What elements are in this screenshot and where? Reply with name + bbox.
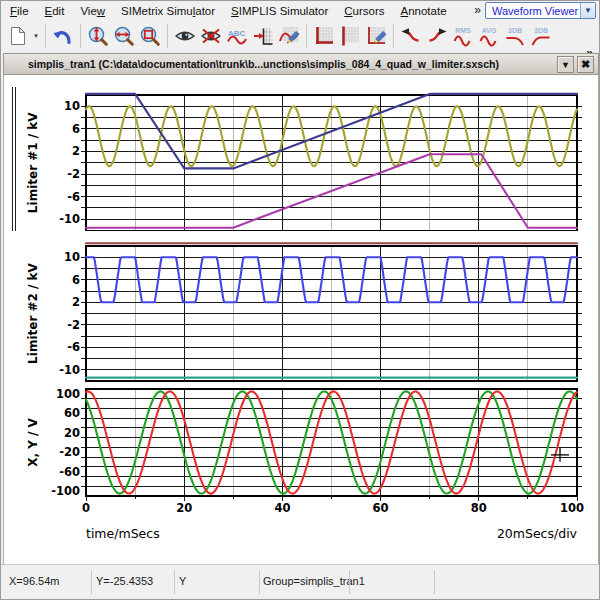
edit-curve-button[interactable]	[276, 23, 302, 49]
window-close-button[interactable]: ✖	[577, 56, 594, 73]
status-separator	[259, 570, 260, 594]
undo-icon	[52, 25, 74, 47]
3db-highpass-button[interactable]: 3DB	[528, 23, 554, 49]
svg-text:Limiter #2 / kV: Limiter #2 / kV	[26, 262, 40, 363]
svg-text:X, Y / V: X, Y / V	[26, 417, 40, 466]
menu-item-simplis-simulator[interactable]: SIMPLIS Simulator	[231, 5, 328, 17]
zoom-fit-x-button[interactable]	[111, 23, 137, 49]
svg-text:0: 0	[82, 501, 90, 515]
toolbar-group	[311, 23, 389, 49]
avg-button[interactable]: AVG	[476, 23, 502, 49]
svg-text:RMS: RMS	[455, 27, 471, 34]
status-curve-readout: Y	[179, 575, 186, 587]
menu-overflow-chevron[interactable]: »	[474, 3, 481, 17]
graph-area[interactable]: 1062-2-6-10Limiter #1 / kV1062-2-6-10Lim…	[3, 75, 599, 564]
menu-item-file[interactable]: File	[10, 5, 29, 17]
menu-item-edit[interactable]: Edit	[45, 5, 65, 17]
window-menu-button[interactable]: ▼	[557, 56, 574, 73]
rms-button[interactable]: RMS	[450, 23, 476, 49]
svg-text:80: 80	[471, 501, 487, 515]
status-x-readout: X=96.54m	[9, 575, 59, 587]
svg-text:-10: -10	[59, 363, 80, 377]
svg-text:10: 10	[64, 250, 80, 264]
edit-curve-icon	[278, 25, 300, 47]
zoom-rect-button[interactable]	[137, 23, 163, 49]
waveform-plot-svg[interactable]: 1062-2-6-10Limiter #1 / kV1062-2-6-10Lim…	[2, 75, 600, 564]
viewer-combo-value: Waveform Viewer	[492, 5, 578, 17]
svg-text:time/mSecs: time/mSecs	[86, 526, 160, 541]
toolbar-separator	[167, 24, 168, 48]
menu-item-cursors[interactable]: Cursors	[344, 5, 384, 17]
chevron-down-icon[interactable]: ▾	[31, 23, 41, 49]
viewer-select-combo[interactable]: Waveform Viewer ▼	[485, 2, 596, 19]
menu-item-view[interactable]: View	[80, 5, 105, 17]
show-axes-icon	[313, 25, 335, 47]
status-separator	[174, 570, 175, 594]
prev-curve-icon	[400, 25, 422, 47]
svg-text:-20: -20	[59, 445, 80, 459]
new-document-icon	[7, 25, 29, 47]
next-curve-button[interactable]	[424, 23, 450, 49]
svg-text:20: 20	[176, 501, 192, 515]
undo-button[interactable]	[50, 23, 76, 49]
svg-text:2: 2	[72, 144, 80, 158]
chevron-down-icon[interactable]: ▼	[580, 3, 595, 18]
waveform-viewer-window: FileEditViewSIMetrix SimulatorSIMPLIS Si…	[0, 0, 600, 600]
svg-text:20: 20	[64, 426, 80, 440]
svg-text:-2: -2	[67, 318, 80, 332]
status-separator	[349, 570, 350, 594]
menu-item-annotate[interactable]: Annotate	[401, 5, 447, 17]
svg-text:60: 60	[64, 406, 80, 420]
toolbar-group: RMSAVG3DB3DB	[398, 23, 554, 49]
toolbar-group: ABC	[172, 23, 302, 49]
rms-icon: RMS	[452, 25, 474, 47]
add-y-axis-icon	[339, 25, 361, 47]
hide-curve-button[interactable]	[198, 23, 224, 49]
toolbar-separator	[45, 24, 46, 48]
svg-text:3DB: 3DB	[508, 27, 522, 34]
svg-text:60: 60	[373, 501, 389, 515]
graph-window-title-bar[interactable]: simplis_tran1 (C:\data\documentation\tru…	[3, 53, 599, 75]
status-y-readout: Y=-25.4353	[96, 575, 153, 587]
edit-axis-button[interactable]	[363, 23, 389, 49]
selected-axis-marker	[13, 87, 16, 231]
toolbar-group	[50, 23, 76, 49]
3db-lowpass-button[interactable]: 3DB	[502, 23, 528, 49]
zoom-fit-y-button[interactable]	[85, 23, 111, 49]
svg-text:AVG: AVG	[482, 27, 497, 34]
svg-text:-2: -2	[67, 167, 80, 181]
add-y-axis-button[interactable]	[337, 23, 363, 49]
add-curve-button[interactable]	[250, 23, 276, 49]
svg-text:100: 100	[560, 501, 584, 515]
toolbar-group: ▾	[5, 23, 41, 49]
toolbar-separator	[80, 24, 81, 48]
svg-text:ABC: ABC	[228, 29, 246, 38]
status-separator	[91, 570, 92, 594]
svg-text:2: 2	[72, 295, 80, 309]
hide-curve-icon	[200, 25, 222, 47]
edit-axis-icon	[365, 25, 387, 47]
svg-text:6: 6	[72, 122, 80, 136]
svg-text:-6: -6	[67, 340, 80, 354]
add-curve-icon	[252, 25, 274, 47]
svg-text:-60: -60	[59, 465, 80, 479]
toolbar: ▾ABCRMSAVG3DB3DB»	[1, 20, 599, 52]
annotate-curve-button[interactable]: ABC	[224, 23, 250, 49]
toolbar-separator	[393, 24, 394, 48]
annotate-curve-icon: ABC	[226, 25, 248, 47]
toolbar-separator	[306, 24, 307, 48]
show-axes-button[interactable]	[311, 23, 337, 49]
svg-text:100: 100	[56, 387, 80, 401]
3db-lowpass-icon: 3DB	[504, 25, 526, 47]
svg-text:20mSecs/div: 20mSecs/div	[497, 526, 578, 541]
menu-bar: FileEditViewSIMetrix SimulatorSIMPLIS Si…	[1, 1, 599, 20]
3db-highpass-icon: 3DB	[530, 25, 552, 47]
status-separator	[434, 570, 435, 594]
menu-item-simetrix-simulator[interactable]: SIMetrix Simulator	[121, 5, 215, 17]
show-curve-button[interactable]	[172, 23, 198, 49]
toolbar-group	[85, 23, 163, 49]
prev-curve-button[interactable]	[398, 23, 424, 49]
svg-text:-6: -6	[67, 190, 80, 204]
svg-text:3DB: 3DB	[534, 27, 548, 34]
new-document-button[interactable]	[5, 23, 31, 49]
